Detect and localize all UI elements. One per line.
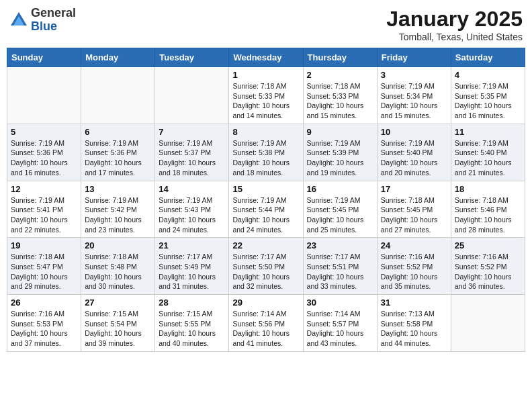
day-info: Sunrise: 7:19 AM Sunset: 5:40 PM Dayligh… bbox=[455, 138, 521, 178]
day-number: 30 bbox=[307, 298, 373, 308]
day-info: Sunrise: 7:19 AM Sunset: 5:37 PM Dayligh… bbox=[159, 138, 225, 178]
calendar-cell: 14Sunrise: 7:19 AM Sunset: 5:43 PM Dayli… bbox=[155, 181, 229, 238]
day-number: 17 bbox=[381, 184, 447, 194]
day-number: 29 bbox=[232, 298, 299, 308]
day-number: 10 bbox=[381, 127, 447, 137]
calendar-cell: 19Sunrise: 7:18 AM Sunset: 5:47 PM Dayli… bbox=[7, 238, 81, 295]
day-info: Sunrise: 7:17 AM Sunset: 5:51 PM Dayligh… bbox=[307, 252, 373, 291]
day-info: Sunrise: 7:19 AM Sunset: 5:38 PM Dayligh… bbox=[232, 138, 299, 178]
day-info: Sunrise: 7:17 AM Sunset: 5:50 PM Dayligh… bbox=[232, 252, 299, 291]
day-number: 1 bbox=[232, 70, 299, 80]
calendar-cell: 27Sunrise: 7:15 AM Sunset: 5:54 PM Dayli… bbox=[81, 295, 155, 352]
day-info: Sunrise: 7:15 AM Sunset: 5:55 PM Dayligh… bbox=[159, 309, 225, 349]
day-info: Sunrise: 7:13 AM Sunset: 5:58 PM Dayligh… bbox=[381, 309, 447, 349]
weekday-header: Friday bbox=[377, 48, 451, 67]
calendar-cell: 21Sunrise: 7:17 AM Sunset: 5:49 PM Dayli… bbox=[155, 238, 229, 295]
day-number: 13 bbox=[85, 184, 151, 194]
calendar-cell: 26Sunrise: 7:16 AM Sunset: 5:53 PM Dayli… bbox=[7, 295, 81, 352]
day-number: 19 bbox=[11, 240, 77, 250]
day-info: Sunrise: 7:19 AM Sunset: 5:39 PM Dayligh… bbox=[307, 138, 373, 178]
calendar-cell bbox=[155, 67, 229, 124]
logo-general: General bbox=[31, 6, 76, 19]
day-number: 11 bbox=[455, 127, 521, 137]
day-number: 5 bbox=[11, 127, 77, 137]
calendar-cell: 31Sunrise: 7:13 AM Sunset: 5:58 PM Dayli… bbox=[377, 295, 451, 352]
day-number: 22 bbox=[232, 240, 299, 250]
logo-text: General Blue bbox=[31, 7, 76, 34]
calendar-cell: 13Sunrise: 7:19 AM Sunset: 5:42 PM Dayli… bbox=[81, 181, 155, 238]
day-number: 24 bbox=[381, 240, 447, 250]
page-header: General Blue January 2025 Tomball, Texas… bbox=[7, 7, 525, 42]
day-info: Sunrise: 7:19 AM Sunset: 5:44 PM Dayligh… bbox=[232, 195, 299, 235]
calendar-table: SundayMondayTuesdayWednesdayThursdayFrid… bbox=[7, 48, 525, 352]
calendar-cell: 16Sunrise: 7:19 AM Sunset: 5:45 PM Dayli… bbox=[303, 181, 377, 238]
day-info: Sunrise: 7:14 AM Sunset: 5:56 PM Dayligh… bbox=[232, 309, 299, 349]
day-number: 23 bbox=[307, 240, 373, 250]
calendar-cell: 22Sunrise: 7:17 AM Sunset: 5:50 PM Dayli… bbox=[229, 238, 303, 295]
weekday-header: Monday bbox=[81, 48, 155, 67]
calendar-week-row: 5Sunrise: 7:19 AM Sunset: 5:36 PM Daylig… bbox=[7, 124, 525, 181]
weekday-header: Saturday bbox=[451, 48, 525, 67]
day-info: Sunrise: 7:18 AM Sunset: 5:46 PM Dayligh… bbox=[455, 195, 521, 235]
day-info: Sunrise: 7:16 AM Sunset: 5:52 PM Dayligh… bbox=[381, 252, 447, 291]
calendar-cell: 30Sunrise: 7:14 AM Sunset: 5:57 PM Dayli… bbox=[303, 295, 377, 352]
calendar-cell: 10Sunrise: 7:19 AM Sunset: 5:40 PM Dayli… bbox=[377, 124, 451, 181]
day-info: Sunrise: 7:18 AM Sunset: 5:33 PM Dayligh… bbox=[232, 81, 299, 121]
day-info: Sunrise: 7:17 AM Sunset: 5:49 PM Dayligh… bbox=[159, 252, 225, 291]
calendar-cell: 29Sunrise: 7:14 AM Sunset: 5:56 PM Dayli… bbox=[229, 295, 303, 352]
calendar-cell: 8Sunrise: 7:19 AM Sunset: 5:38 PM Daylig… bbox=[229, 124, 303, 181]
calendar-cell: 3Sunrise: 7:19 AM Sunset: 5:34 PM Daylig… bbox=[377, 67, 451, 124]
day-info: Sunrise: 7:19 AM Sunset: 5:40 PM Dayligh… bbox=[381, 138, 447, 178]
day-info: Sunrise: 7:19 AM Sunset: 5:34 PM Dayligh… bbox=[381, 81, 447, 121]
day-number: 2 bbox=[307, 70, 373, 80]
day-number: 8 bbox=[232, 127, 299, 137]
calendar-cell: 5Sunrise: 7:19 AM Sunset: 5:36 PM Daylig… bbox=[7, 124, 81, 181]
calendar-cell: 20Sunrise: 7:18 AM Sunset: 5:48 PM Dayli… bbox=[81, 238, 155, 295]
calendar-cell bbox=[81, 67, 155, 124]
weekday-header: Thursday bbox=[303, 48, 377, 67]
day-number: 15 bbox=[232, 184, 299, 194]
day-number: 21 bbox=[159, 240, 225, 250]
day-number: 3 bbox=[381, 70, 447, 80]
calendar-week-row: 26Sunrise: 7:16 AM Sunset: 5:53 PM Dayli… bbox=[7, 295, 525, 352]
month-title: January 2025 bbox=[386, 7, 523, 32]
logo-blue: Blue bbox=[31, 19, 57, 33]
day-number: 28 bbox=[159, 298, 225, 308]
day-number: 20 bbox=[85, 240, 151, 250]
calendar-cell bbox=[451, 295, 525, 352]
day-info: Sunrise: 7:14 AM Sunset: 5:57 PM Dayligh… bbox=[307, 309, 373, 349]
calendar-cell: 12Sunrise: 7:19 AM Sunset: 5:41 PM Dayli… bbox=[7, 181, 81, 238]
calendar-cell: 24Sunrise: 7:16 AM Sunset: 5:52 PM Dayli… bbox=[377, 238, 451, 295]
day-info: Sunrise: 7:19 AM Sunset: 5:41 PM Dayligh… bbox=[11, 195, 77, 235]
calendar-week-row: 19Sunrise: 7:18 AM Sunset: 5:47 PM Dayli… bbox=[7, 238, 525, 295]
day-number: 18 bbox=[455, 184, 521, 194]
weekday-header: Sunday bbox=[7, 48, 81, 67]
calendar-cell: 18Sunrise: 7:18 AM Sunset: 5:46 PM Dayli… bbox=[451, 181, 525, 238]
calendar-cell: 11Sunrise: 7:19 AM Sunset: 5:40 PM Dayli… bbox=[451, 124, 525, 181]
day-info: Sunrise: 7:19 AM Sunset: 5:45 PM Dayligh… bbox=[307, 195, 373, 235]
day-number: 9 bbox=[307, 127, 373, 137]
day-info: Sunrise: 7:19 AM Sunset: 5:42 PM Dayligh… bbox=[85, 195, 151, 235]
day-number: 16 bbox=[307, 184, 373, 194]
location: Tomball, Texas, United States bbox=[386, 32, 523, 42]
calendar-cell: 17Sunrise: 7:18 AM Sunset: 5:45 PM Dayli… bbox=[377, 181, 451, 238]
day-number: 12 bbox=[11, 184, 77, 194]
calendar-week-row: 1Sunrise: 7:18 AM Sunset: 5:33 PM Daylig… bbox=[7, 67, 525, 124]
day-info: Sunrise: 7:19 AM Sunset: 5:43 PM Dayligh… bbox=[159, 195, 225, 235]
calendar-cell: 4Sunrise: 7:19 AM Sunset: 5:35 PM Daylig… bbox=[451, 67, 525, 124]
calendar-cell: 25Sunrise: 7:16 AM Sunset: 5:52 PM Dayli… bbox=[451, 238, 525, 295]
day-info: Sunrise: 7:18 AM Sunset: 5:45 PM Dayligh… bbox=[381, 195, 447, 235]
calendar-cell: 23Sunrise: 7:17 AM Sunset: 5:51 PM Dayli… bbox=[303, 238, 377, 295]
day-info: Sunrise: 7:16 AM Sunset: 5:53 PM Dayligh… bbox=[11, 309, 77, 349]
day-info: Sunrise: 7:15 AM Sunset: 5:54 PM Dayligh… bbox=[85, 309, 151, 349]
day-info: Sunrise: 7:19 AM Sunset: 5:36 PM Dayligh… bbox=[85, 138, 151, 178]
day-info: Sunrise: 7:18 AM Sunset: 5:48 PM Dayligh… bbox=[85, 252, 151, 291]
weekday-header: Wednesday bbox=[229, 48, 303, 67]
weekday-header-row: SundayMondayTuesdayWednesdayThursdayFrid… bbox=[7, 48, 525, 67]
title-block: January 2025 Tomball, Texas, United Stat… bbox=[386, 7, 523, 42]
weekday-header: Tuesday bbox=[155, 48, 229, 67]
calendar-week-row: 12Sunrise: 7:19 AM Sunset: 5:41 PM Dayli… bbox=[7, 181, 525, 238]
day-number: 14 bbox=[159, 184, 225, 194]
calendar-cell: 9Sunrise: 7:19 AM Sunset: 5:39 PM Daylig… bbox=[303, 124, 377, 181]
calendar-cell: 1Sunrise: 7:18 AM Sunset: 5:33 PM Daylig… bbox=[229, 67, 303, 124]
